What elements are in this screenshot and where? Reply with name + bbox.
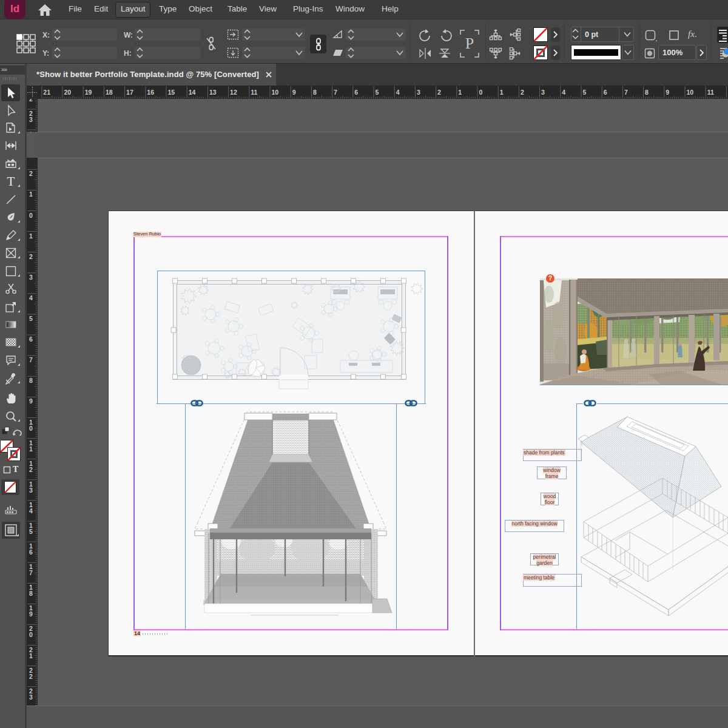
svg-text:11: 11 — [707, 89, 714, 96]
svg-text:0: 0 — [29, 631, 33, 638]
svg-text:8: 8 — [29, 377, 33, 384]
svg-text:3: 3 — [29, 116, 33, 123]
svg-text:2: 2 — [29, 170, 33, 177]
svg-text:7: 7 — [624, 89, 628, 96]
svg-text:3: 3 — [29, 487, 33, 494]
svg-text:3: 3 — [29, 274, 33, 281]
svg-text:2: 2 — [521, 89, 524, 96]
svg-text:13: 13 — [209, 89, 217, 96]
svg-text:1: 1 — [458, 89, 462, 96]
svg-text:6: 6 — [354, 89, 358, 96]
svg-text:2: 2 — [29, 466, 33, 473]
svg-text:5: 5 — [376, 89, 379, 96]
svg-text:4: 4 — [562, 89, 565, 96]
svg-text:10: 10 — [272, 89, 279, 96]
svg-text:12: 12 — [230, 89, 237, 96]
svg-text:1: 1 — [29, 445, 33, 453]
svg-text:9: 9 — [29, 610, 33, 618]
svg-text:4: 4 — [396, 89, 400, 96]
svg-text:21: 21 — [43, 89, 50, 96]
svg-text:6: 6 — [29, 335, 33, 343]
svg-text:2: 2 — [437, 89, 441, 96]
svg-text:0: 0 — [29, 425, 33, 432]
svg-text:8: 8 — [313, 89, 317, 96]
svg-text:19: 19 — [85, 89, 92, 96]
svg-text:2: 2 — [29, 673, 33, 680]
svg-text:6: 6 — [29, 548, 33, 556]
svg-text:4: 4 — [29, 294, 33, 302]
svg-text:17: 17 — [126, 89, 133, 96]
svg-text:1: 1 — [500, 89, 504, 96]
svg-text:4: 4 — [29, 507, 33, 514]
svg-text:10: 10 — [687, 89, 694, 96]
svg-text:5: 5 — [29, 315, 33, 322]
svg-text:7: 7 — [29, 356, 33, 363]
svg-text:15: 15 — [168, 89, 175, 96]
svg-text:P: P — [465, 35, 474, 52]
svg-text:11: 11 — [251, 89, 257, 96]
svg-text:6: 6 — [604, 89, 607, 96]
svg-text:3: 3 — [541, 89, 545, 96]
svg-text:8: 8 — [29, 590, 33, 597]
svg-text:8: 8 — [645, 89, 649, 96]
svg-text:5: 5 — [29, 528, 33, 535]
svg-text:7: 7 — [29, 569, 33, 576]
svg-text:3: 3 — [29, 693, 33, 701]
svg-text:T: T — [7, 175, 15, 188]
svg-text:9: 9 — [666, 89, 669, 96]
svg-text:1: 1 — [29, 232, 33, 240]
svg-text:20: 20 — [64, 89, 72, 96]
svg-text:5: 5 — [583, 89, 587, 96]
svg-text:3: 3 — [417, 89, 420, 96]
svg-text:7: 7 — [334, 89, 337, 96]
svg-text:0: 0 — [29, 212, 33, 219]
svg-text:9: 9 — [292, 89, 296, 96]
svg-text:1: 1 — [29, 652, 33, 659]
svg-text:14: 14 — [189, 89, 196, 96]
svg-text:2: 2 — [29, 253, 33, 260]
svg-text:1: 1 — [29, 190, 33, 198]
svg-text:0: 0 — [479, 89, 483, 96]
svg-text:9: 9 — [29, 397, 33, 405]
svg-text:18: 18 — [106, 89, 113, 96]
svg-text:2: 2 — [29, 99, 33, 103]
svg-text:16: 16 — [147, 89, 154, 96]
